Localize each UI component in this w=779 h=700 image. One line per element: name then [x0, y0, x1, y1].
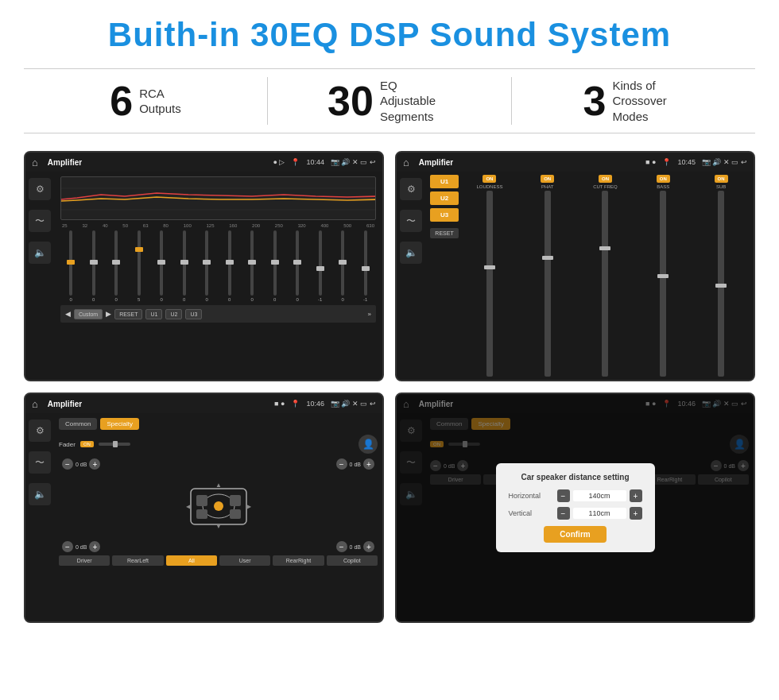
channel-cutfreq-slider[interactable] — [602, 191, 608, 377]
dialog-vertical-ctrl: − 110cm + — [557, 507, 642, 520]
channel-sub-slider[interactable] — [718, 191, 724, 377]
fader-all-btn[interactable]: All — [166, 555, 217, 566]
channel-bass: ON BASS — [635, 175, 691, 377]
eq-reset-btn[interactable]: RESET — [114, 309, 142, 319]
fader-sidebar-sliders[interactable]: ⚙ — [29, 420, 51, 442]
crossover-u1-btn[interactable]: U1 — [430, 175, 459, 188]
crossover-u2-btn[interactable]: U2 — [430, 191, 459, 205]
fader-rearright-btn[interactable]: RearRight — [273, 555, 324, 566]
svg-rect-4 — [113, 441, 118, 447]
dialog-horizontal-plus[interactable]: + — [630, 489, 642, 502]
channel-cutfreq-on[interactable]: ON — [599, 175, 612, 183]
eq-sidebar-speaker[interactable]: 🔈 — [29, 242, 51, 264]
eq-dots: ● ▷ — [273, 158, 285, 166]
db-bl-minus[interactable]: − — [62, 541, 73, 552]
eq-slider-12[interactable]: -1 — [310, 230, 331, 302]
db-tr-value: 0 dB — [350, 462, 361, 467]
db-tl-value: 0 dB — [76, 462, 87, 467]
fader-row: Fader ON 👤 — [59, 435, 378, 454]
channel-bass-label: BASS — [657, 184, 669, 189]
channel-loudness-slider[interactable] — [486, 191, 493, 377]
eq-u2-btn[interactable]: U2 — [165, 309, 182, 319]
db-top-right: − 0 dB + — [336, 458, 374, 470]
eq-time: 10:44 — [306, 158, 324, 166]
fader-user-btn[interactable]: User — [219, 555, 270, 566]
fader-copilot-btn[interactable]: Copilot — [327, 555, 378, 566]
distance-dialog: Car speaker distance setting Horizontal … — [496, 463, 655, 552]
fader-bottom-btns: Driver RearLeft All User RearRight Copil… — [59, 555, 378, 566]
eq-slider-4[interactable]: 5 — [129, 230, 150, 302]
confirm-button[interactable]: Confirm — [544, 526, 606, 543]
db-tr-minus[interactable]: − — [336, 458, 347, 470]
db-tr-plus[interactable]: + — [363, 458, 374, 470]
crossover-sidebar-sliders[interactable]: ⚙ — [400, 178, 422, 200]
channel-phat: ON PHAT — [520, 175, 576, 377]
fader-time: 10:46 — [306, 400, 324, 408]
crossover-reset-btn[interactable]: RESET — [430, 228, 459, 238]
eq-prev-icon[interactable]: ◀ — [65, 310, 71, 318]
eq-u3-btn[interactable]: U3 — [185, 309, 202, 319]
eq-screen-content: ⚙ 〜 🔈 — [25, 172, 382, 380]
fader-sidebar-wave[interactable]: 〜 — [29, 451, 51, 474]
channel-bass-slider[interactable] — [660, 191, 666, 377]
dialog-horizontal-value: 140cm — [573, 490, 626, 501]
db-br-minus[interactable]: − — [336, 541, 347, 552]
eq-slider-3[interactable]: 0 — [106, 230, 127, 302]
channel-cutfreq: ON CUT FREQ — [578, 175, 634, 377]
eq-slider-6[interactable]: 0 — [174, 230, 196, 302]
fader-sidebar-speaker[interactable]: 🔈 — [29, 483, 51, 505]
channel-phat-slider[interactable] — [545, 191, 551, 377]
eq-slider-11[interactable]: 0 — [287, 230, 308, 302]
crossover-home-icon[interactable]: ⌂ — [403, 157, 409, 168]
stat-crossover: 3 Kinds ofCrossover Modes — [512, 78, 755, 125]
channel-phat-label: PHAT — [541, 184, 554, 189]
eq-slider-13[interactable]: 0 — [332, 230, 354, 302]
channel-cutfreq-label: CUT FREQ — [593, 184, 618, 189]
channel-loudness-on[interactable]: ON — [483, 175, 496, 183]
dialog-vertical-minus[interactable]: − — [557, 507, 570, 520]
db-tl-plus[interactable]: + — [89, 458, 100, 470]
fader-rearleft-btn[interactable]: RearLeft — [112, 555, 163, 566]
eq-slider-14[interactable]: -1 — [355, 230, 377, 302]
stat-rca-number: 6 — [110, 80, 133, 122]
dialog-vertical-plus[interactable]: + — [630, 507, 642, 520]
channel-bass-on[interactable]: ON — [657, 175, 670, 183]
eq-expand-icon[interactable]: » — [368, 311, 371, 318]
fader-driver-btn[interactable]: Driver — [59, 555, 110, 566]
eq-slider-5[interactable]: 0 — [151, 230, 172, 302]
dialog-horizontal-minus[interactable]: − — [557, 489, 570, 502]
crossover-u-buttons: U1 U2 U3 RESET — [430, 175, 459, 377]
distance-dialog-overlay: Car speaker distance setting Horizontal … — [397, 394, 754, 621]
eq-slider-7[interactable]: 0 — [196, 230, 218, 302]
fader-slider[interactable] — [99, 439, 130, 449]
eq-u1-btn[interactable]: U1 — [145, 309, 162, 319]
channel-phat-on[interactable]: ON — [541, 175, 554, 183]
eq-slider-9[interactable]: 0 — [242, 230, 263, 302]
db-bl-plus[interactable]: + — [89, 541, 100, 552]
eq-sidebar-wave[interactable]: 〜 — [29, 210, 51, 232]
svg-rect-9 — [196, 509, 207, 519]
eq-slider-1[interactable]: 0 — [60, 230, 82, 302]
eq-graph-svg — [61, 177, 375, 219]
db-br-plus[interactable]: + — [363, 541, 374, 552]
screenshots-grid: ⌂ Amplifier ● ▷ 📍 10:44 📷 🔊 ✕ ▭ ↩ ⚙ 〜 🔈 — [24, 151, 755, 623]
crossover-time: 10:45 — [677, 158, 696, 166]
crossover-sidebar-wave[interactable]: 〜 — [400, 210, 422, 232]
crossover-sidebar-speaker[interactable]: 🔈 — [400, 242, 422, 264]
crossover-u3-btn[interactable]: U3 — [430, 208, 459, 222]
fader-tab-specialty[interactable]: Specialty — [100, 418, 138, 430]
eq-slider-8[interactable]: 0 — [219, 230, 241, 302]
eq-custom-btn[interactable]: Custom — [74, 309, 103, 319]
eq-sidebar-sliders[interactable]: ⚙ — [29, 178, 51, 200]
dialog-horizontal-ctrl: − 140cm + — [557, 489, 642, 502]
stat-crossover-label: Kinds ofCrossover Modes — [612, 78, 684, 125]
eq-slider-2[interactable]: 0 — [83, 230, 105, 302]
channel-sub-on[interactable]: ON — [715, 175, 728, 183]
fader-on-badge[interactable]: ON — [80, 441, 94, 447]
db-tl-minus[interactable]: − — [62, 458, 73, 470]
home-icon[interactable]: ⌂ — [32, 157, 38, 168]
fader-home-icon[interactable]: ⌂ — [32, 398, 38, 410]
eq-next-icon[interactable]: ▶ — [106, 310, 111, 318]
fader-tab-common[interactable]: Common — [59, 418, 97, 430]
eq-slider-10[interactable]: 0 — [265, 230, 286, 302]
